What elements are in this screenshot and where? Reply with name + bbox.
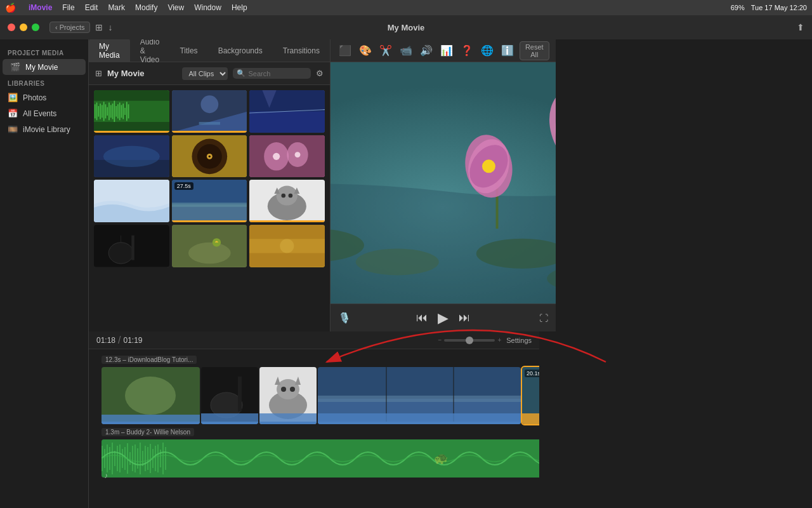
zoom-thumb[interactable] <box>466 337 473 344</box>
svg-point-81 <box>482 159 495 173</box>
minimize-button[interactable] <box>20 23 27 31</box>
svg-rect-3 <box>96 102 98 120</box>
audio-track: // We'll draw the waveform as SVG polyli… <box>102 439 539 478</box>
clip-progress-bar <box>94 131 169 133</box>
menu-window[interactable]: Window <box>194 3 221 12</box>
clip-progress-bar-2 <box>172 131 247 133</box>
search-box: 🔍 <box>233 68 310 79</box>
audio-clip[interactable]: // We'll draw the waveform as SVG polyli… <box>102 439 539 478</box>
menu-help[interactable]: Help <box>232 3 247 12</box>
menu-mark[interactable]: Mark <box>108 3 125 12</box>
clip-progress-bar-9 <box>249 220 325 222</box>
media-thumb-6[interactable] <box>249 135 325 178</box>
tab-bar: My Media Audio & Video Titles Background… <box>89 39 330 62</box>
clip-filter-tool[interactable]: 🌐 <box>479 43 495 58</box>
svg-rect-4 <box>98 106 99 117</box>
search-input[interactable] <box>248 70 306 77</box>
traffic-lights <box>8 23 39 31</box>
svg-rect-25 <box>199 122 219 124</box>
media-thumb-12[interactable] <box>249 225 325 267</box>
microphone-icon[interactable]: 🎙️ <box>338 312 351 324</box>
sidebar-my-movie-label: My Movie <box>25 63 58 72</box>
libraries-label: LIBRARIES <box>0 75 88 90</box>
maximize-button[interactable] <box>32 23 39 31</box>
clip-2[interactable] <box>201 367 258 424</box>
sidebar-item-imovie-library[interactable]: 🎞️ iMovie Library <box>0 121 88 137</box>
sidebar-item-my-movie[interactable]: 🎬 My Movie <box>3 59 86 75</box>
clip-progress-bar-8 <box>172 220 247 222</box>
svg-point-32 <box>103 145 160 166</box>
svg-rect-27 <box>249 111 325 132</box>
gear-icon[interactable]: ⚙ <box>316 69 324 78</box>
media-thumb-5[interactable] <box>172 135 247 178</box>
volume-tool[interactable]: 🔊 <box>418 43 435 58</box>
svg-rect-111 <box>107 444 108 472</box>
current-time: 01:18 <box>96 336 115 345</box>
menu-modify[interactable]: Modify <box>135 3 157 12</box>
media-thumb-10[interactable] <box>94 225 169 267</box>
svg-point-95 <box>290 387 295 392</box>
menu-edit[interactable]: Edit <box>85 3 98 12</box>
crop-tool[interactable]: ✂️ <box>377 43 394 58</box>
inspector-tool[interactable]: ℹ️ <box>499 43 516 58</box>
media-thumb-2[interactable] <box>172 90 247 133</box>
zoom-in-icon[interactable]: + <box>497 337 501 344</box>
svg-rect-128 <box>150 444 151 473</box>
svg-rect-12 <box>112 104 114 119</box>
clip-4[interactable] <box>318 367 521 424</box>
svg-point-91 <box>277 379 299 399</box>
tab-backgrounds[interactable]: Backgrounds <box>208 43 273 59</box>
back-to-projects-button[interactable]: ‹ Projects <box>49 22 90 33</box>
skip-forward-button[interactable]: ⏭ <box>459 311 470 324</box>
menu-view[interactable]: View <box>167 3 184 12</box>
clip-5-selected[interactable]: 20.1s <box>522 367 539 424</box>
sidebar-item-photos[interactable]: 🖼️ Photos <box>0 90 88 105</box>
rewind-button[interactable]: ⏮ <box>416 311 428 324</box>
media-thumb-9[interactable] <box>249 180 325 222</box>
main-content: PROJECT MEDIA 🎬 My Movie LIBRARIES 🖼️ Ph… <box>0 39 812 508</box>
play-button[interactable]: ▶ <box>438 310 449 326</box>
media-thumb-1[interactable] <box>94 90 169 133</box>
app-name[interactable]: iMovie <box>29 3 52 12</box>
grid-toggle-icon[interactable]: ⊞ <box>95 69 102 78</box>
clip-1[interactable] <box>102 367 200 424</box>
svg-rect-113 <box>112 443 113 474</box>
noise-reduction-tool[interactable]: 📊 <box>438 43 455 58</box>
media-thumb-11[interactable] <box>172 225 247 267</box>
sidebar-item-all-events[interactable]: 📅 All Events <box>0 105 88 121</box>
zoom-out-icon[interactable]: − <box>438 337 442 344</box>
color-correction-tool[interactable]: 🎨 <box>357 43 374 58</box>
speed-tool[interactable]: ❓ <box>459 43 475 58</box>
import-icon[interactable]: ↓ <box>108 22 112 32</box>
tab-my-media[interactable]: My Media <box>89 38 130 64</box>
color-balance-tool[interactable]: ⬛ <box>337 43 353 58</box>
media-thumb-4[interactable] <box>94 135 169 178</box>
fullscreen-icon[interactable]: ⛶ <box>539 313 548 323</box>
settings-button[interactable]: Settings <box>506 337 532 344</box>
share-icon[interactable]: ⬆ <box>797 22 804 32</box>
tab-titles[interactable]: Titles <box>169 43 207 59</box>
menu-file[interactable]: File <box>62 3 74 12</box>
media-thumb-7[interactable] <box>94 180 169 222</box>
sidebar-library-label: iMovie Library <box>23 125 70 134</box>
viewer-panel: ⬛ 🎨 ✂️ 📹 🔊 📊 ❓ 🌐 ℹ️ Reset All <box>330 39 556 331</box>
window-title: My Movie <box>388 23 425 32</box>
svg-point-41 <box>273 153 280 160</box>
apple-icon[interactable]: 🍎 <box>5 3 16 13</box>
layout-toggle-icon[interactable]: ⊞ <box>95 22 103 32</box>
svg-rect-2 <box>95 104 96 118</box>
clips-filter-select[interactable]: All Clips <box>182 67 228 80</box>
zoom-track[interactable] <box>444 339 495 342</box>
audio-label: 1.3m – Buddy 2- Willie Nelson <box>102 428 194 436</box>
reset-all-button[interactable]: Reset All <box>520 41 549 60</box>
stabilization-tool[interactable]: 📹 <box>398 43 414 58</box>
close-button[interactable] <box>8 23 15 31</box>
clip-3[interactable] <box>259 367 317 424</box>
media-thumb-3[interactable] <box>249 90 325 133</box>
svg-rect-20 <box>126 102 128 121</box>
svg-point-49 <box>277 186 298 206</box>
media-thumb-8[interactable]: 27.5s <box>172 180 247 222</box>
music-note-icon: ♪ <box>104 471 108 480</box>
tab-transitions[interactable]: Transitions <box>273 43 330 59</box>
svg-rect-15 <box>117 104 119 118</box>
